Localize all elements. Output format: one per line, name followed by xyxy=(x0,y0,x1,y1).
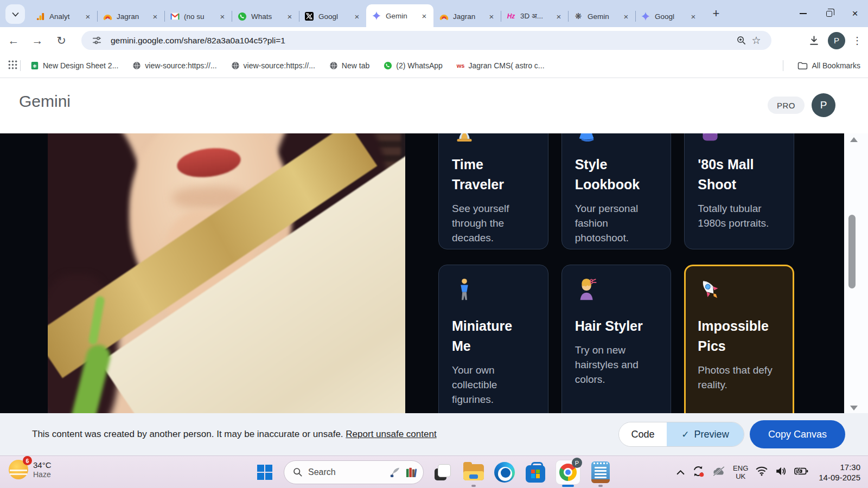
cards-grid: Time Traveler See yourself through the d… xyxy=(438,133,794,413)
battery-icon[interactable] xyxy=(794,467,808,478)
volume-icon[interactable] xyxy=(775,466,787,478)
tray-chevron-up-icon[interactable] xyxy=(676,467,685,477)
tab-3d[interactable]: Hz 3D अ... × xyxy=(501,5,568,27)
forward-button[interactable]: → xyxy=(27,30,48,51)
sync-alert-icon[interactable] xyxy=(692,465,705,480)
bookmark-newtab[interactable]: New tab xyxy=(329,61,369,70)
globe-icon xyxy=(329,61,338,70)
new-tab-button[interactable]: + xyxy=(708,5,724,22)
zoom-icon[interactable] xyxy=(733,33,749,48)
scroll-down-arrow[interactable] xyxy=(850,406,858,410)
report-unsafe-link[interactable]: Report unsafe content xyxy=(346,429,436,439)
weather-widget[interactable]: 6 34°C Haze xyxy=(9,460,52,479)
wifi-icon[interactable] xyxy=(755,466,768,478)
language-indicator[interactable]: ENG UK xyxy=(733,464,748,480)
tab-label: Gemin xyxy=(386,12,417,20)
tab-close-icon[interactable]: × xyxy=(218,11,227,21)
tab-whatsapp[interactable]: Whats × xyxy=(232,5,299,27)
tab-x-google[interactable]: Googl × xyxy=(299,5,366,27)
jagran-favicon xyxy=(103,11,112,21)
address-bar[interactable]: gemini.google.com/share/82a3a0a104c5?pli… xyxy=(81,31,771,50)
profile-avatar[interactable]: P xyxy=(828,32,845,49)
reload-button[interactable]: ↻ xyxy=(51,30,72,51)
downloads-icon[interactable] xyxy=(806,33,821,48)
tab-gemini-active[interactable]: Gemin × xyxy=(366,4,433,27)
tab-close-icon[interactable]: × xyxy=(688,11,698,21)
chrome-active-plate: P xyxy=(556,460,580,485)
bookmark-sheet[interactable]: New Design Sheet 2... xyxy=(30,61,118,70)
disclaimer-text: This content was created by another pers… xyxy=(32,429,437,440)
close-window-button[interactable]: × xyxy=(842,0,868,27)
tab-label: Gemin xyxy=(588,12,619,21)
apps-grid-icon[interactable] xyxy=(8,60,18,72)
scroll-thumb[interactable] xyxy=(848,215,856,288)
start-button[interactable] xyxy=(253,456,277,488)
edge-button[interactable] xyxy=(493,456,516,488)
code-tab[interactable]: Code xyxy=(619,422,667,446)
running-indicator xyxy=(598,485,603,487)
microsoft-store-button[interactable] xyxy=(524,456,547,488)
tab-close-icon[interactable]: × xyxy=(487,11,496,21)
tab-close-icon[interactable]: × xyxy=(554,11,564,21)
tab-close-icon[interactable]: × xyxy=(83,11,93,21)
card-title: Style Lookbook xyxy=(575,155,658,195)
tab-search-button[interactable] xyxy=(5,4,25,24)
card-hair-styler[interactable]: Hair Styler Try on new hairstyles and co… xyxy=(561,265,672,413)
tab-label: Whats xyxy=(251,12,283,21)
tab-google-gemini[interactable]: Googl × xyxy=(635,5,703,27)
tab-gmail[interactable]: (no su × xyxy=(164,5,232,27)
bookmark-whatsapp[interactable]: (2) WhatsApp xyxy=(384,61,443,70)
site-settings-icon[interactable] xyxy=(89,33,104,48)
card-style-lookbook[interactable]: Style Lookbook Your personal fashion pho… xyxy=(561,133,672,249)
minimize-button[interactable] xyxy=(790,0,816,27)
all-bookmarks-button[interactable]: All Bookmarks xyxy=(781,60,860,71)
tab-close-icon[interactable]: × xyxy=(621,11,631,21)
bookmark-label: (2) WhatsApp xyxy=(396,61,443,70)
disclaimer-sentence: This content was created by another pers… xyxy=(32,429,343,439)
bookmark-label: New Design Sheet 2... xyxy=(43,61,118,70)
tab-label: 3D अ... xyxy=(520,12,552,21)
file-explorer-button[interactable] xyxy=(462,456,486,488)
bookmark-jagran-cms[interactable]: ws Jagran CMS( astro c... xyxy=(457,61,545,70)
hourglass-icon xyxy=(452,133,535,143)
chrome-button[interactable]: P xyxy=(554,456,582,488)
card-miniature-me[interactable]: Miniature Me Your own collectible figuri… xyxy=(438,265,548,413)
tab-close-icon[interactable]: × xyxy=(352,11,362,21)
card-80s-mall-shoot[interactable]: '80s Mall Shoot Totally tubular 1980s po… xyxy=(684,133,794,249)
whatsapp-favicon xyxy=(237,11,247,21)
account-avatar[interactable]: P xyxy=(812,93,835,117)
tab-close-icon[interactable]: × xyxy=(419,11,429,21)
task-view-button[interactable] xyxy=(431,456,455,488)
scroll-up-arrow[interactable] xyxy=(850,137,858,142)
tab-close-icon[interactable]: × xyxy=(285,11,295,21)
tab-jagran-2[interactable]: Jagran × xyxy=(433,5,501,27)
tray-time: 17:30 xyxy=(819,462,860,472)
bookmark-viewsource-2[interactable]: view-source:https://... xyxy=(231,61,315,70)
tab-analytics[interactable]: Analyt × xyxy=(30,5,97,27)
cloud-offline-icon[interactable] xyxy=(712,466,726,479)
pro-badge: PRO xyxy=(768,97,805,114)
bookmark-star-icon[interactable]: ☆ xyxy=(749,33,764,48)
tab-close-icon[interactable]: × xyxy=(150,11,160,21)
bookmarks-bar: New Design Sheet 2... view-source:https:… xyxy=(0,54,868,78)
card-impossible-pics-selected[interactable]: Impossible Pics Photos that defy reality… xyxy=(684,265,794,413)
bookmark-viewsource-1[interactable]: view-source:https://... xyxy=(132,61,216,70)
back-button[interactable]: ← xyxy=(3,30,24,51)
tab-label: Googl xyxy=(655,12,686,21)
card-time-traveler[interactable]: Time Traveler See yourself through the d… xyxy=(438,133,548,249)
notepad-button[interactable] xyxy=(589,456,612,488)
bookmark-label: Jagran CMS( astro c... xyxy=(469,61,545,70)
gemini-favicon xyxy=(372,11,381,21)
divider xyxy=(20,60,21,71)
tab-jagran[interactable]: Jagran × xyxy=(97,5,164,27)
analytics-favicon xyxy=(35,11,45,21)
bookmark-label: view-source:https://... xyxy=(244,61,315,70)
preview-tab[interactable]: ✓ Preview xyxy=(667,422,744,446)
clock-widget[interactable]: 17:30 14-09-2025 xyxy=(819,462,860,483)
taskbar-search[interactable]: Search xyxy=(284,460,424,484)
tab-chatgpt-gemini[interactable]: ❋ Gemin × xyxy=(568,5,635,27)
language-line1: ENG xyxy=(733,464,748,472)
copy-canvas-button[interactable]: Copy Canvas xyxy=(750,420,845,448)
restore-button[interactable] xyxy=(816,0,842,27)
browser-menu-icon[interactable]: ⋮ xyxy=(852,35,863,47)
